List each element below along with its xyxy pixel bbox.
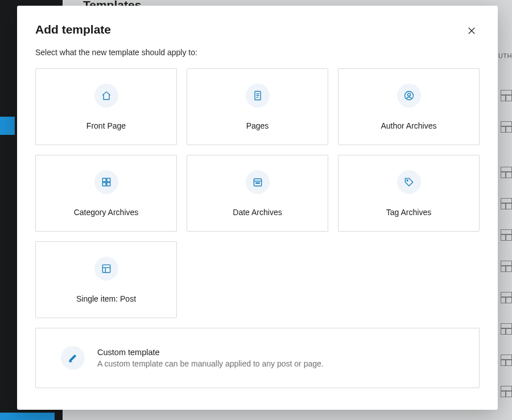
calendar-icon: [246, 170, 270, 194]
option-label: Single item: Post: [76, 294, 136, 303]
sidebar-active-indicator: [0, 117, 15, 135]
option-label: Pages: [246, 121, 269, 130]
svg-point-1: [404, 91, 413, 100]
option-date-archives[interactable]: Date Archives: [187, 155, 328, 232]
svg-point-8: [255, 182, 257, 183]
close-icon: [466, 26, 477, 36]
option-author-archives[interactable]: Author Archives: [338, 68, 480, 145]
option-category-archives[interactable]: Category Archives: [35, 155, 177, 232]
svg-rect-5: [102, 182, 106, 186]
grid-icon: [94, 170, 118, 194]
option-label: Date Archives: [233, 208, 282, 217]
option-tag-archives[interactable]: Tag Archives: [338, 155, 480, 232]
svg-rect-4: [106, 178, 110, 182]
option-label: Author Archives: [381, 121, 436, 130]
modal-subtitle: Select what the new template should appl…: [35, 48, 480, 57]
svg-point-10: [258, 182, 259, 183]
modal-header: Add template: [35, 23, 480, 39]
bg-tile-column: [501, 90, 512, 417]
option-custom-template[interactable]: Custom template A custom template can be…: [35, 328, 480, 388]
svg-rect-3: [102, 178, 106, 182]
sidebar-bottom-indicator: [0, 413, 55, 420]
svg-rect-6: [106, 182, 110, 186]
modal-title: Add template: [35, 23, 111, 36]
page-icon: [246, 84, 270, 108]
option-label: Category Archives: [74, 208, 139, 217]
option-pages[interactable]: Pages: [187, 68, 328, 145]
custom-template-title: Custom template: [97, 348, 324, 357]
option-label: Tag Archives: [386, 208, 431, 217]
template-options-grid: Front Page Pages Author Archives: [35, 68, 480, 318]
option-front-page[interactable]: Front Page: [35, 68, 177, 145]
pencil-icon: [61, 346, 85, 370]
home-icon: [94, 84, 118, 108]
svg-point-9: [257, 182, 258, 183]
svg-rect-12: [102, 265, 110, 272]
custom-template-text: Custom template A custom template can be…: [97, 348, 324, 368]
option-single-post[interactable]: Single item: Post: [35, 241, 177, 318]
option-label: Front Page: [86, 121, 126, 130]
svg-point-11: [407, 180, 408, 181]
author-icon: [397, 84, 421, 108]
layout-icon: [94, 257, 118, 281]
svg-point-2: [407, 93, 410, 96]
custom-template-desc: A custom template can be manually applie…: [97, 359, 324, 368]
tag-icon: [397, 170, 421, 194]
close-button[interactable]: [464, 23, 480, 39]
add-template-modal: Add template Select what the new templat…: [17, 6, 498, 410]
